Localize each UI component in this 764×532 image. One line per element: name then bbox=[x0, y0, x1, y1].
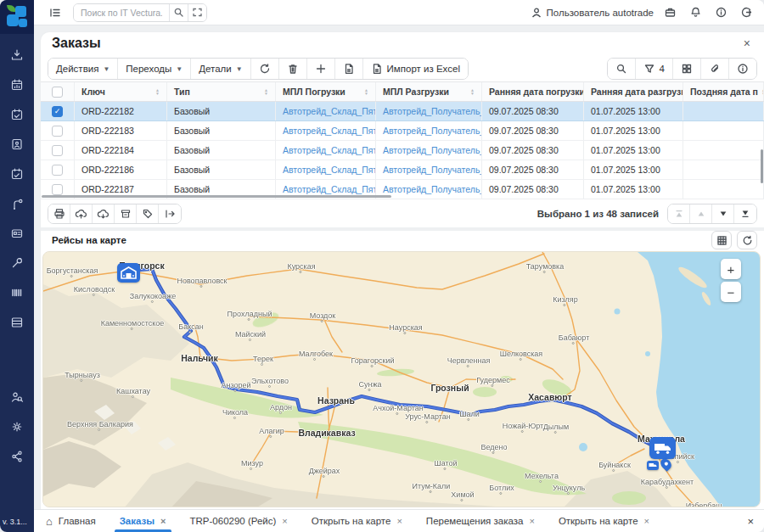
last-page-button[interactable] bbox=[734, 204, 756, 223]
bell-icon[interactable] bbox=[686, 3, 705, 22]
zoom-in-button[interactable]: + bbox=[721, 259, 741, 279]
tab-TRP-060290 (Рейс)[interactable]: TRP-060290 (Рейс)× bbox=[178, 510, 300, 532]
add-button[interactable] bbox=[307, 59, 335, 79]
table-row[interactable]: ORD-222184БазовыйАвтотрейд_Склад_Пятиг..… bbox=[41, 141, 764, 160]
column-header[interactable]: Ранняя дата разгрузки▲▼ bbox=[584, 82, 683, 101]
close-all-icon[interactable]: × bbox=[747, 510, 764, 532]
sort-icon[interactable]: ▲▼ bbox=[364, 88, 368, 95]
select-all-checkbox[interactable] bbox=[52, 87, 63, 98]
row-checkbox[interactable] bbox=[52, 184, 63, 195]
calendar-stats-icon[interactable] bbox=[7, 75, 27, 95]
print-button[interactable] bbox=[48, 204, 70, 223]
close-icon[interactable]: × bbox=[644, 516, 649, 526]
table-row[interactable]: ✓ORD-222182БазовыйАвтотрейд_Склад_Пятиг.… bbox=[41, 102, 764, 121]
search-icon[interactable] bbox=[169, 4, 188, 21]
cell-mpl-unload-link[interactable]: Автотрейд_Получатель_... bbox=[376, 160, 482, 179]
cell-mpl-load-link[interactable]: Автотрейд_Склад_Пятиг... bbox=[276, 160, 376, 179]
download-icon[interactable] bbox=[7, 45, 27, 65]
app-window: v. 3.1... Пользователь autotrade Заказы … bbox=[0, 0, 764, 532]
cell-mpl-load-link[interactable]: Автотрейд_Склад_Пятиг... bbox=[276, 141, 376, 160]
export-file-button[interactable] bbox=[335, 59, 363, 79]
wrench-icon[interactable] bbox=[7, 253, 27, 273]
cell-mpl-unload-link[interactable]: Автотрейд_Получатель_... bbox=[376, 102, 482, 120]
document-user-icon[interactable] bbox=[7, 134, 27, 154]
tab-Перемещения заказа[interactable]: Перемещения заказа× bbox=[414, 510, 547, 532]
table-search-button[interactable] bbox=[608, 59, 636, 79]
column-header[interactable]: Ранняя дата погрузки▲▼ bbox=[482, 82, 584, 101]
id-card-icon[interactable] bbox=[7, 223, 27, 244]
import-excel-button[interactable]: Импорт из Excel bbox=[363, 59, 468, 79]
cell-mpl-unload-link[interactable]: Автотрейд_Получатель_... bbox=[376, 141, 482, 160]
column-header[interactable]: МПЛ Разгрузки▲▼ bbox=[376, 82, 482, 101]
close-icon[interactable]: × bbox=[282, 516, 287, 526]
row-checkbox[interactable]: ✓ bbox=[52, 106, 63, 117]
tag-button[interactable] bbox=[137, 204, 159, 223]
details-button[interactable]: Детали▼ bbox=[191, 59, 250, 79]
calendar-task-icon[interactable] bbox=[7, 164, 27, 184]
first-page-button[interactable] bbox=[668, 204, 690, 223]
tab-Заказы[interactable]: Заказы× bbox=[108, 510, 178, 532]
briefcase-icon[interactable] bbox=[660, 3, 679, 22]
column-header[interactable]: Ключ▲▼ bbox=[75, 82, 167, 101]
vertical-scrollbar[interactable] bbox=[761, 149, 763, 183]
truck-marker[interactable] bbox=[649, 437, 676, 459]
table-row[interactable]: ORD-222186БазовыйАвтотрейд_Склад_Пятиг..… bbox=[41, 160, 764, 180]
cloud-upload-button[interactable] bbox=[70, 204, 93, 223]
app-logo[interactable] bbox=[0, 0, 34, 34]
tab-Открыть на карте[interactable]: Открыть на карте× bbox=[547, 510, 661, 532]
cell-mpl-load-link[interactable]: Автотрейд_Склад_Пятиг... bbox=[276, 121, 376, 140]
column-header[interactable]: МПЛ Погрузки▲▼ bbox=[276, 82, 376, 101]
archive-button[interactable] bbox=[115, 204, 137, 223]
barcode-icon[interactable] bbox=[7, 283, 27, 303]
map-refresh-button[interactable] bbox=[737, 231, 757, 249]
calendar-check-icon[interactable] bbox=[7, 104, 27, 125]
list-rows-icon[interactable] bbox=[7, 312, 27, 333]
columns-settings-button[interactable] bbox=[673, 59, 701, 79]
cell-mpl-unload-link[interactable]: Автотрейд_Получатель_... bbox=[376, 121, 482, 140]
tab-Открыть на карте[interactable]: Открыть на карте× bbox=[300, 510, 414, 532]
zoom-out-button[interactable]: − bbox=[721, 282, 741, 302]
horizontal-scrollbar[interactable] bbox=[42, 195, 391, 198]
move-to-button[interactable] bbox=[159, 204, 181, 223]
prev-page-button[interactable] bbox=[690, 204, 712, 223]
close-icon[interactable]: × bbox=[744, 36, 750, 50]
row-checkbox[interactable] bbox=[52, 165, 63, 176]
user-menu[interactable]: Пользователь autotrade bbox=[531, 7, 654, 19]
route-map[interactable]: БоргустанскаяКисловодскПятигорскНовопавл… bbox=[42, 251, 761, 507]
menu-panel-icon[interactable] bbox=[46, 3, 65, 22]
sort-icon[interactable]: ▲▼ bbox=[470, 88, 475, 95]
share-icon[interactable] bbox=[7, 446, 27, 467]
gear-icon[interactable] bbox=[7, 417, 27, 437]
sort-icon[interactable]: ▲▼ bbox=[155, 88, 160, 95]
row-checkbox[interactable] bbox=[52, 145, 63, 156]
row-checkbox[interactable] bbox=[52, 126, 63, 137]
route-branch-icon[interactable] bbox=[7, 193, 27, 214]
close-icon[interactable]: × bbox=[396, 516, 402, 526]
filter-button[interactable]: 4 bbox=[636, 59, 673, 79]
info-icon[interactable] bbox=[711, 3, 730, 22]
sort-icon[interactable]: ▲▼ bbox=[264, 88, 268, 95]
next-page-button[interactable] bbox=[712, 204, 734, 223]
close-icon[interactable]: × bbox=[160, 516, 166, 526]
delete-button[interactable] bbox=[279, 59, 307, 79]
refresh-button[interactable] bbox=[251, 59, 279, 79]
logout-icon[interactable] bbox=[737, 3, 756, 22]
column-header[interactable]: Тип▲▼ bbox=[167, 82, 276, 101]
attachment-button[interactable] bbox=[701, 59, 729, 79]
transitions-button[interactable]: Переходы▼ bbox=[118, 59, 191, 79]
cell-mpl-load-link[interactable]: Автотрейд_Склад_Пятиг... bbox=[276, 102, 376, 120]
tab-Главная[interactable]: ⌂Главная bbox=[34, 510, 108, 532]
table-row[interactable]: ORD-222183БазовыйАвтотрейд_Склад_Пятиг..… bbox=[41, 121, 764, 141]
map-grid-button[interactable] bbox=[711, 231, 732, 249]
close-icon[interactable]: × bbox=[529, 516, 534, 526]
scan-expand-icon[interactable] bbox=[188, 4, 206, 21]
search-input[interactable] bbox=[74, 4, 169, 21]
cloud-download-button[interactable] bbox=[93, 204, 115, 223]
warehouse-marker[interactable] bbox=[117, 263, 140, 283]
column-header[interactable]: Поздняя дата п▲▼ bbox=[683, 82, 764, 101]
panel-info-button[interactable] bbox=[729, 59, 756, 79]
truck-small-marker[interactable] bbox=[647, 461, 659, 470]
user-search-icon[interactable] bbox=[7, 387, 27, 407]
actions-button[interactable]: Действия▼ bbox=[48, 59, 118, 79]
cell-mpl-unload-link[interactable]: Автотрейд_Получатель_... bbox=[376, 180, 482, 199]
